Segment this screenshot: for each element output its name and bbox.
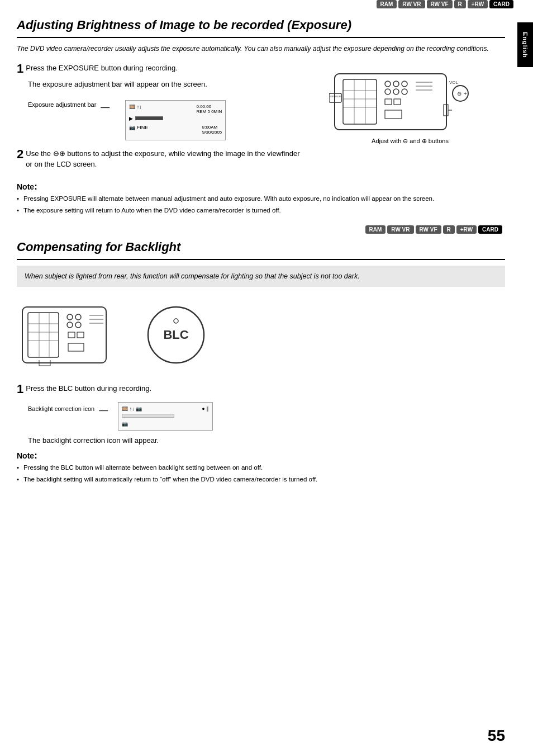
badge2-ram: RAM: [365, 225, 386, 234]
badge2-rwvf: RW VF: [416, 225, 441, 234]
svg-rect-40: [68, 343, 84, 351]
main-content: Adjusting Brightness of Image to be reco…: [0, 12, 516, 498]
bar-row: ▶: [129, 116, 222, 121]
backlight-screen-diagram: 🎞️ ↑↓ 📷 ● ‖ 📷: [118, 402, 213, 431]
svg-point-7: [385, 81, 391, 87]
svg-point-35: [75, 314, 81, 320]
svg-rect-14: [394, 99, 401, 105]
svg-text:+: +: [464, 91, 467, 97]
svg-text:EXPOSURE: EXPOSURE: [330, 95, 342, 98]
note1-title: Note꞉: [17, 181, 505, 192]
backlight-area: Backlight correction icon — 🎞️ ↑↓ 📷 ● ‖ …: [28, 400, 505, 431]
note2-item-2: The backlight setting will automatically…: [17, 475, 505, 484]
section1-subtitle: The DVD video camera/recorder usually ad…: [17, 44, 505, 54]
badge-r: R: [454, 0, 466, 8]
svg-rect-13: [385, 99, 392, 105]
svg-rect-18: [385, 110, 402, 119]
svg-point-49: [174, 319, 178, 323]
section2-title: Compensating for Backlight: [17, 239, 505, 260]
camera-diagram-svg: EXPOSURE VOL ⊖ +: [329, 63, 491, 135]
note2-list: Pressing the BLC button will alternate b…: [17, 463, 505, 485]
svg-rect-1: [343, 79, 377, 124]
note2-title: Note꞉: [17, 450, 505, 461]
backlight-bar: [122, 414, 174, 418]
arrow-icon2: —: [99, 405, 108, 415]
badge-rwvf: RW VF: [427, 0, 453, 8]
svg-point-9: [402, 81, 407, 87]
badge2-r: R: [443, 225, 455, 234]
note1-item-1: Pressing EXPOSURE will alternate between…: [17, 194, 505, 204]
svg-rect-39: [77, 332, 84, 338]
svg-point-10: [385, 89, 391, 94]
blc-camera-svg: [17, 296, 129, 374]
svg-point-34: [67, 314, 73, 320]
badge2-rw: +RW: [456, 225, 477, 234]
arrow-icon: —: [101, 102, 110, 112]
blc-button-svg: BLC: [145, 304, 207, 366]
backlight-appear-text: The backlight correction icon will appea…: [28, 436, 505, 445]
section1-right: EXPOSURE VOL ⊖ + Adjust with ⊖ and ⊕ but…: [315, 63, 505, 176]
blc-diagram: BLC: [17, 296, 505, 374]
section1-left: 1 Press the EXPOSURE button during recor…: [17, 63, 304, 176]
step1-number: 1: [17, 63, 23, 75]
badge-rw: +RW: [468, 0, 488, 8]
blc-step1-number: 1: [17, 383, 23, 395]
backlight-row2: 📷: [122, 421, 209, 427]
svg-point-36: [67, 322, 73, 328]
blc-step1-text: 1 Press the BLC button during recording.: [17, 383, 505, 394]
exposure-bar: [135, 116, 163, 120]
mode-badges-middle: RAM RW VR RW VF R +RW CARD: [17, 225, 505, 234]
badge-card: CARD: [489, 0, 513, 8]
step2-text: 2 Use the ⊖⊕ buttons to adjust the expos…: [17, 148, 304, 170]
exposure-bar-label: Exposure adjustment bar: [28, 101, 96, 108]
svg-rect-38: [68, 332, 75, 338]
step1-text: 1 Press the EXPOSURE button during recor…: [17, 63, 304, 74]
badge2-rwvr: RW VR: [387, 225, 413, 234]
exposure-bar-area: Exposure adjustment bar — 🎞️ ↑↓ 0:00:00R…: [28, 96, 304, 140]
section2: Compensating for Backlight When subject …: [17, 239, 505, 484]
adjust-label: Adjust with ⊖ and ⊕ buttons: [372, 138, 449, 145]
screen-row-2: 📷 FINE 8:00AM9/30/2005: [129, 125, 222, 135]
step2-number: 2: [17, 148, 23, 160]
svg-point-11: [393, 89, 399, 94]
svg-text:VOL: VOL: [449, 80, 459, 85]
language-tab: English: [517, 22, 533, 67]
section1-title: Adjusting Brightness of Image to be reco…: [17, 17, 505, 38]
svg-point-8: [393, 81, 399, 87]
svg-point-37: [75, 322, 81, 328]
svg-text:BLC: BLC: [163, 328, 188, 342]
svg-text:⊖: ⊖: [457, 91, 461, 97]
section2-note: Note꞉ Pressing the BLC button will alter…: [17, 450, 505, 485]
badge-rwvr: RW VR: [398, 0, 425, 8]
badge-ram: RAM: [377, 0, 397, 8]
section1-note-area: Note꞉ Pressing EXPOSURE will alternate b…: [17, 181, 505, 218]
page-number: 55: [488, 727, 505, 745]
mode-badges-top: RAM RW VR RW VF R +RW CARD: [0, 0, 516, 8]
backlight-row1: 🎞️ ↑↓ 📷 ● ‖: [122, 406, 209, 412]
section1-note: Note꞉ Pressing EXPOSURE will alternate b…: [17, 181, 505, 218]
backlight-label: Backlight correction icon: [28, 405, 94, 412]
section1-step1-row: 1 Press the EXPOSURE button during recor…: [17, 63, 505, 176]
note1-list: Pressing EXPOSURE will alternate between…: [17, 194, 505, 216]
section2-subtitle: When subject is lighted from rear, this …: [17, 266, 505, 287]
badge2-card: CARD: [478, 225, 502, 234]
svg-point-12: [402, 89, 407, 94]
exposure-screen-diagram: 🎞️ ↑↓ 0:00:00REM 5 0MIN ▶ 📷 FINE 8:00AM9…: [125, 100, 226, 140]
note2-item-1: Pressing the BLC button will alternate b…: [17, 463, 505, 472]
screen-row-1: 🎞️ ↑↓ 0:00:00REM 5 0MIN: [129, 104, 222, 114]
svg-rect-28: [28, 313, 59, 357]
step1-indent: The exposure adjustment bar will appear …: [28, 79, 304, 90]
note1-item-2: The exposure setting will return to Auto…: [17, 206, 505, 215]
